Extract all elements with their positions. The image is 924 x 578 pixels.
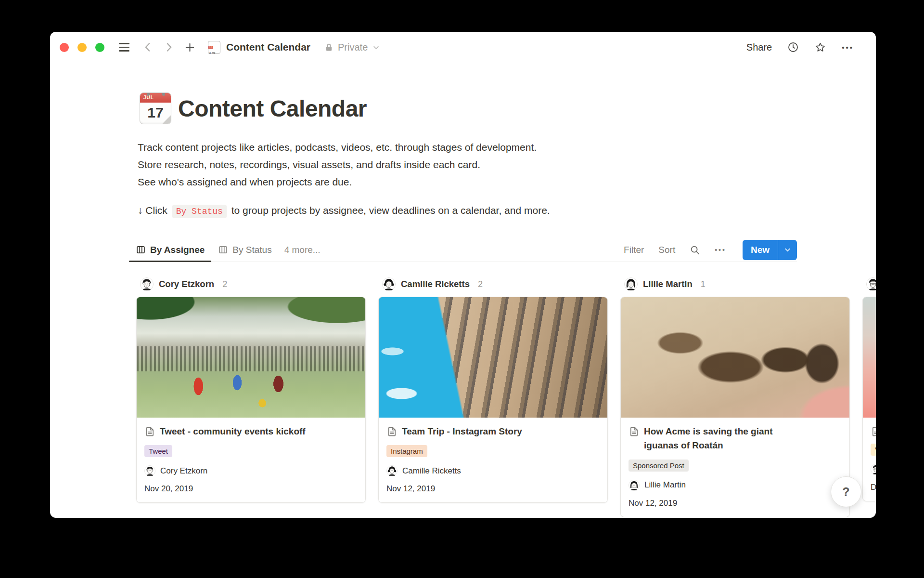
column-name: Lillie Martin (643, 279, 693, 289)
card-cover-iguanas-photo (621, 297, 849, 418)
column-header[interactable]: Cory Etzkorn 2 (136, 275, 366, 294)
avatar (140, 277, 154, 291)
new-button-group: New (743, 240, 797, 260)
back-button[interactable] (143, 42, 153, 53)
card-tag: V (871, 444, 876, 456)
board-column-camille: Camille Ricketts 2 Team Trip - Instagram… (378, 275, 608, 517)
column-name: Camille Ricketts (401, 279, 470, 289)
card-cover-festival-photo (137, 297, 365, 418)
description-line-1: Track content projects like articles, po… (138, 139, 790, 156)
card-title: How Acme is saving the giant iguanas of … (644, 424, 796, 453)
card-tweet-community-events[interactable]: Tweet - community events kickoff Tweet (136, 297, 366, 503)
search-icon[interactable] (690, 245, 700, 255)
minimize-window-button[interactable] (77, 43, 87, 52)
avatar (866, 277, 876, 291)
card-cover-building-photo (379, 297, 607, 418)
document-icon (386, 426, 398, 437)
column-header[interactable]: Camille Ricketts 2 (378, 275, 608, 294)
card-title: Team Trip - Instagram Story (402, 424, 522, 438)
hint-line: ↓ Click By Status to group projects by a… (138, 201, 790, 221)
card-date: Nov 12, 2019 (386, 484, 600, 494)
lock-icon (325, 42, 333, 52)
card-assignee: Lillie Martin (629, 480, 842, 491)
favorite-star-icon[interactable] (814, 41, 826, 53)
sort-button[interactable]: Sort (658, 245, 675, 255)
view-toolbar: By Assignee By Status 4 more... Filter S… (129, 238, 797, 262)
zoom-window-button[interactable] (95, 43, 104, 52)
column-count: 1 (701, 279, 706, 289)
page-description: Track content projects like articles, po… (138, 139, 790, 191)
assignee-name: Cory Etzkorn (160, 466, 207, 476)
document-icon (629, 426, 640, 437)
tab-by-assignee[interactable]: By Assignee (129, 238, 211, 262)
card-title: Tweet - community events kickoff (160, 424, 306, 438)
more-options-icon[interactable]: ••• (842, 43, 854, 52)
assignee-name: Lillie Martin (644, 480, 686, 490)
forward-button[interactable] (164, 42, 174, 53)
titlebar-actions: Share ••• (746, 41, 854, 53)
card-assignee: Camille Ricketts (386, 465, 600, 476)
share-button[interactable]: Share (746, 42, 772, 53)
description-line-3: See who's assigned and when projects are… (138, 173, 790, 191)
card-assignee: Cory Etzkorn (144, 465, 358, 476)
new-dropdown-button[interactable] (778, 240, 797, 260)
avatar (382, 277, 396, 291)
avatar (624, 277, 638, 291)
down-arrow-icon: ↓ (138, 205, 143, 216)
board-column-cory: Cory Etzkorn 2 Tweet - community events … (136, 275, 366, 517)
card-partial[interactable]: V D (862, 297, 876, 501)
avatar (144, 465, 155, 476)
help-button[interactable]: ? (831, 476, 861, 507)
board-view-icon (218, 245, 228, 255)
traffic-lights (60, 43, 104, 52)
updates-clock-icon[interactable] (787, 41, 799, 53)
privacy-label: Private (338, 42, 368, 53)
document-icon (871, 426, 876, 437)
card-tag: Instagram (386, 445, 427, 457)
board-view-icon (136, 245, 146, 255)
card-assignee (871, 464, 876, 475)
more-views-button[interactable]: 4 more... (279, 245, 326, 255)
page-calendar-icon-small: JUL 17 (208, 41, 220, 54)
by-status-code-badge: By Status (172, 205, 227, 218)
page-calendar-icon[interactable]: JUL 17 (140, 92, 171, 124)
card-acme-iguanas[interactable]: How Acme is saving the giant iguanas of … (620, 297, 850, 517)
avatar (871, 464, 876, 475)
column-header[interactable] (862, 275, 876, 294)
card-date: Nov 12, 2019 (629, 499, 842, 508)
card-date: D (871, 483, 876, 492)
new-page-icon[interactable] (184, 42, 195, 53)
chevron-down-icon (372, 44, 380, 51)
hint-suffix: to group projects by assignee, view dead… (231, 205, 550, 216)
board-column-partial: V D (862, 275, 876, 517)
view-options-icon[interactable]: ••• (715, 246, 726, 254)
app-window: JUL 17 Content Calendar Private Share ••… (50, 32, 876, 518)
privacy-selector[interactable]: Private (325, 42, 380, 53)
column-count: 2 (478, 279, 483, 289)
sidebar-menu-icon[interactable] (119, 43, 129, 52)
document-icon (144, 426, 155, 437)
board-column-lillie: Lillie Martin 1 How Acme is saving the g… (620, 275, 850, 517)
column-name: Cory Etzkorn (159, 279, 214, 289)
card-tag: Tweet (144, 445, 172, 457)
card-team-trip-instagram[interactable]: Team Trip - Instagram Story Instagram (378, 297, 608, 503)
filter-button[interactable]: Filter (624, 245, 644, 255)
titlebar-page-title[interactable]: Content Calendar (226, 41, 310, 53)
tab-by-status[interactable]: By Status (211, 238, 278, 262)
column-header[interactable]: Lillie Martin 1 (620, 275, 850, 294)
description-line-2: Store research, notes, recordings, visua… (138, 156, 790, 173)
page-title: Content Calendar (178, 95, 367, 122)
assignee-name: Camille Ricketts (402, 466, 461, 476)
page-header: JUL 17 Content Calendar (136, 92, 790, 124)
card-date: Nov 20, 2019 (144, 484, 358, 494)
close-window-button[interactable] (60, 43, 69, 52)
hint-prefix: Click (145, 205, 167, 216)
window-titlebar: JUL 17 Content Calendar Private Share ••… (50, 32, 876, 63)
new-button[interactable]: New (743, 240, 778, 260)
page-content: JUL 17 Content Calendar Track content pr… (50, 92, 876, 517)
toolbar-controls: Filter Sort ••• New (624, 240, 797, 260)
card-tag: Sponsored Post (629, 460, 689, 472)
avatar (386, 465, 398, 476)
chevron-down-icon (784, 246, 791, 253)
column-count: 2 (222, 279, 227, 289)
